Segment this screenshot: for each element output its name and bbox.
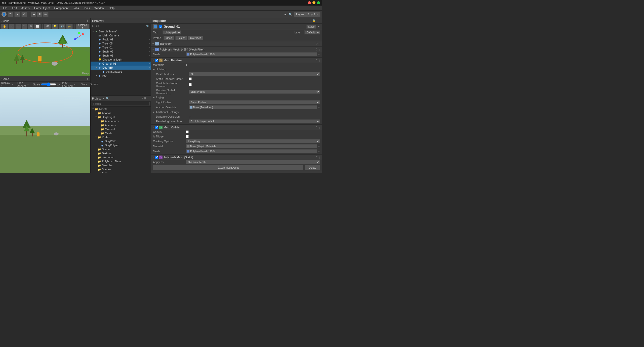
toolbar-cloud[interactable]: ☁ <box>14 12 20 17</box>
window-controls[interactable] <box>308 1 320 4</box>
scene-options-icon[interactable]: ⋮ <box>86 19 89 22</box>
mesh-pick-icon[interactable]: ⊙ <box>318 53 320 56</box>
convex-checkbox[interactable] <box>186 130 189 133</box>
transform-header[interactable]: ▼ T Transform ? ⋮ <box>151 41 322 46</box>
menu-edit[interactable]: Edit <box>10 6 19 10</box>
scene-tool-rotate[interactable]: ↻ <box>22 24 27 29</box>
pause-button[interactable]: ⏸ <box>37 12 43 17</box>
scene-gizmos[interactable]: Gizmos ▼ <box>76 24 89 29</box>
step-button[interactable]: ⏭ <box>43 12 49 17</box>
menu-window[interactable]: Window <box>92 6 106 10</box>
info-icon[interactable]: ? <box>316 156 317 159</box>
info-icon[interactable]: ? <box>316 42 317 45</box>
scene-tool-move[interactable]: ✛ <box>15 24 21 29</box>
hierarchy-item-ground01[interactable]: ◆ Ground_01 › <box>91 62 151 66</box>
menu-jobs[interactable]: Jobs <box>71 6 81 10</box>
project-item-animations[interactable]: 📁 Animations <box>91 119 151 123</box>
gizmos-button[interactable]: Gizmos <box>89 83 99 86</box>
project-item-dogpolyart[interactable]: ◆ DogPolyart <box>91 143 151 147</box>
export-mesh-button[interactable]: Export Mesh Asset <box>153 165 303 170</box>
search-icon[interactable]: 🔍 <box>288 13 293 16</box>
hierarchy-item-polysurface1[interactable]: ◆ polySurface1 <box>91 70 151 74</box>
info-icon[interactable]: ? <box>316 59 317 62</box>
cloud-sync-icon[interactable]: ☁ <box>283 13 287 16</box>
scene-audio-toggle[interactable]: 🔊 <box>59 24 65 29</box>
anchor-override-ref[interactable]: None (Transform) <box>189 105 317 109</box>
hierarchy-item-root[interactable]: ▶ ◆ root <box>91 74 151 78</box>
cooking-select[interactable]: Everything <box>186 139 320 143</box>
grid-icon[interactable]: ⊞ <box>144 97 146 100</box>
project-item-mesh[interactable]: 📁 Mesh <box>91 131 151 135</box>
layer-select[interactable]: Default <box>304 30 320 34</box>
tag-select[interactable]: Untagged <box>163 30 181 34</box>
prefab-select-button[interactable]: Select <box>175 36 187 40</box>
hierarchy-item-rock01[interactable]: ◆ Rock_01 › <box>91 37 151 41</box>
search-icon[interactable]: 🔍 <box>106 97 109 100</box>
close-button[interactable] <box>308 1 311 4</box>
trigger-checkbox[interactable] <box>186 135 189 138</box>
plus-icon[interactable]: + <box>92 24 94 28</box>
project-item-scene[interactable]: 📁 Scene <box>91 147 151 151</box>
settings-icon[interactable]: ⋮ <box>318 42 321 45</box>
delete-button[interactable]: Delete <box>305 165 320 170</box>
project-search-input[interactable] <box>92 102 150 106</box>
anchor-pick-icon[interactable]: ⊙ <box>318 106 320 109</box>
project-item-settings[interactable]: 📁 Settings <box>91 171 151 173</box>
stats-button[interactable]: Stats <box>80 83 88 86</box>
mesh-object-ref[interactable]: PolybrushMesh-14954 <box>186 52 317 56</box>
project-item-animator[interactable]: 📁 Animator <box>91 123 151 127</box>
scene-viewport[interactable]: <Persp <box>0 29 90 76</box>
mesh-filter-header[interactable]: ▼ ⬡ Polybrush Mesh-14954 (Mesh Filter) ?… <box>151 47 322 52</box>
settings-icon[interactable]: ⋮ <box>318 156 321 159</box>
project-item-samples[interactable]: 📁 Samples <box>91 163 151 167</box>
project-item-promotion[interactable]: 📁 promotion <box>91 155 151 159</box>
game-options-icon[interactable]: ⋮ <box>86 77 89 80</box>
scene-tool-hand[interactable]: ✋ <box>1 24 8 29</box>
hierarchy-item-bush03[interactable]: ◆ Bush_03 › <box>91 54 151 58</box>
hierarchy-item-maincamera[interactable]: 📷 Main Camera <box>91 33 151 37</box>
project-item-scenes[interactable]: 📁 Scenes <box>91 167 151 171</box>
scene-light-toggle[interactable]: 💡 <box>52 24 58 29</box>
static-shadow-check[interactable] <box>189 77 192 80</box>
apply-as-select[interactable]: Overwrite Mesh <box>186 160 320 164</box>
cast-shadows-select[interactable]: On <box>189 72 320 76</box>
hierarchy-item-tree05[interactable]: ◆ Tree_05 › <box>91 41 151 45</box>
render-layer-select[interactable]: 0: Light Layer default <box>189 119 320 123</box>
game-viewport[interactable] <box>0 87 90 173</box>
mesh-collider-header[interactable]: ▼ ⬡ Mesh Collider ? ⋮ <box>151 125 322 130</box>
static-button[interactable]: Static <box>306 25 316 29</box>
menu-help[interactable]: Help <box>107 6 116 10</box>
scale-slider[interactable] <box>41 83 56 86</box>
mc-mesh-pick-icon[interactable]: ⊙ <box>318 150 320 153</box>
plus-icon[interactable]: + <box>103 97 104 100</box>
project-item-polybrush[interactable]: 📁 Polybrush Data <box>91 159 151 163</box>
pb-script-enabled-check[interactable] <box>155 156 158 159</box>
scene-tool-select[interactable]: ↖ <box>9 24 15 29</box>
project-item-assets[interactable]: ▼ 📁 Assets <box>91 107 151 111</box>
play-button[interactable]: ▶ <box>31 12 36 17</box>
scene-tool-scale[interactable]: ⊞ <box>28 24 33 29</box>
mesh-renderer-header[interactable]: ▼ ⬡ Mesh Renderer ? ⋮ <box>151 58 322 63</box>
scene-2d-toggle[interactable]: 2D <box>44 24 51 29</box>
search-icon[interactable]: 🔍 <box>146 25 150 28</box>
menu-tools[interactable]: Tools <box>82 6 92 10</box>
go-active-checkbox[interactable] <box>159 25 162 28</box>
prefab-open-button[interactable]: Open <box>164 36 174 40</box>
polybrush-info-icon[interactable]: ? <box>318 172 320 173</box>
mc-material-pick-icon[interactable]: ⊙ <box>318 145 320 148</box>
mc-enabled-checkbox[interactable] <box>155 126 158 129</box>
minimize-button[interactable] <box>312 1 315 4</box>
project-item-dogpbr[interactable]: ◆ DogPBR <box>91 139 151 143</box>
hierarchy-search-input[interactable] <box>95 24 145 28</box>
settings-icon[interactable]: ⋮ <box>318 126 321 129</box>
options-icon[interactable]: ⋮ <box>146 97 149 100</box>
menu-gameobject[interactable]: GameObject <box>32 6 52 10</box>
project-item-texture[interactable]: 📁 Texture <box>91 151 151 155</box>
hierarchy-item-dogpbr[interactable]: ▼ ◆ DogPBR › <box>91 66 151 70</box>
hierarchy-item-bush02[interactable]: ◆ Bush_02 › <box>91 49 151 54</box>
scene-tool-rect[interactable]: ⬜ <box>34 24 41 29</box>
light-probes-select[interactable]: Blend Probes <box>189 100 320 104</box>
project-item-prefab[interactable]: ▼ 📁 Prefab <box>91 135 151 139</box>
inspector-options-icon[interactable]: ⋮ <box>318 19 320 22</box>
info-icon[interactable]: ? <box>316 126 317 129</box>
